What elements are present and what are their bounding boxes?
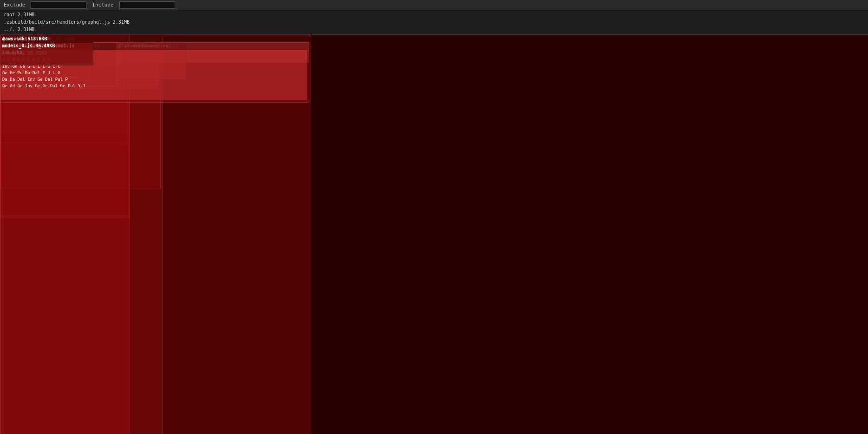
breadcrumb-root[interactable]: root 2.31MB [4,11,864,19]
exclude-input[interactable] [31,1,86,9]
treemap-container: node_modules 2.31MB cookie 1.54KB depd 6… [0,35,868,434]
include-input[interactable] [119,1,175,9]
models0-block[interactable]: models_0.js 36.48KB [0,42,93,65]
aws-sdk-section[interactable]: @aws-sdk 513.6KB ut cr mi cre set prc no… [0,35,311,434]
breadcrumb-relative[interactable]: ../. 2.31MB [4,26,864,33]
breadcrumb-path[interactable]: .esbuild/build/src/handlers/graphql.js 2… [4,19,864,26]
breadcrumb-bar: root 2.31MB .esbuild/build/src/handlers/… [0,10,868,35]
exclude-label: Exclude [4,2,25,8]
filter-bar: Exclude Include [0,0,868,10]
include-label: Include [92,2,113,8]
aws-sdk-header: @aws-sdk 513.6KB [0,35,311,42]
